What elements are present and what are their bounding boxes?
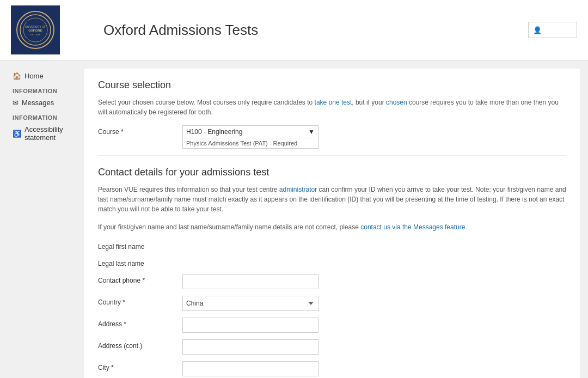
address-row: Address *: [98, 318, 566, 333]
course-select-container: H100 - Engineering ▼ Physics Admissions …: [182, 125, 318, 149]
contact-us-link[interactable]: contact us via the Messages feature: [360, 223, 465, 231]
course-selection-title: Course selection: [98, 80, 566, 91]
city-label: City *: [98, 361, 182, 371]
address-cont-row: Address (cont.): [98, 339, 566, 355]
sidebar: 🏠 Home INFORMATION ✉ Messages INFORMATIO…: [8, 69, 79, 378]
accessibility-icon: ♿: [13, 130, 21, 138]
address-cont-input[interactable]: [182, 339, 318, 355]
legal-last-name-row: Legal last name: [98, 257, 566, 267]
course-selection-intro: Select your chosen course below. Most co…: [98, 97, 566, 117]
user-area: 👤: [528, 22, 577, 38]
course-value: H100 - Engineering: [186, 128, 242, 136]
course-label: Course *: [98, 125, 182, 136]
sidebar-item-home[interactable]: 🏠 Home: [8, 69, 79, 83]
oxford-seal-svg: UNIVERSITY OF OXFORD EST. 1096: [19, 14, 52, 46]
legal-first-name-label: Legal first name: [98, 240, 182, 251]
address-label: Address *: [98, 318, 182, 328]
messages-icon: ✉: [13, 99, 19, 107]
course-select-top: H100 - Engineering ▼: [183, 126, 318, 138]
country-row: Country * China United Kingdom United St…: [98, 296, 566, 311]
home-icon: 🏠: [13, 72, 21, 80]
sidebar-item-messages[interactable]: ✉ Messages: [8, 95, 79, 110]
legal-last-name-label: Legal last name: [98, 257, 182, 267]
contact-phone-row: Contact phone *: [98, 274, 566, 289]
address-cont-label: Address (cont.): [98, 339, 182, 350]
svg-text:EST. 1096: EST. 1096: [30, 33, 41, 36]
course-form-row: Course * H100 - Engineering ▼ Physics Ad…: [98, 125, 566, 149]
divider-1: [98, 155, 566, 156]
contact-info-para2: If your first/given name and last name/s…: [98, 222, 566, 232]
sidebar-section-information-2: INFORMATION: [8, 110, 79, 122]
user-icon: 👤: [533, 26, 542, 34]
main-layout: 🏠 Home INFORMATION ✉ Messages INFORMATIO…: [0, 60, 588, 378]
page-title: Oxford Admissions Tests: [103, 22, 528, 39]
contact-phone-wrapper: [182, 274, 318, 289]
take-one-test-link[interactable]: take one test: [315, 99, 352, 106]
svg-text:UNIVERSITY OF: UNIVERSITY OF: [25, 25, 46, 28]
contact-section-title: Contact details for your admissions test: [98, 167, 566, 178]
course-dropdown-arrow: ▼: [308, 128, 315, 136]
address-wrapper: [182, 318, 318, 333]
course-test-sub: Physics Admissions Test (PAT) - Required: [183, 138, 318, 148]
sidebar-item-accessibility[interactable]: ♿ Accessibility statement: [8, 122, 79, 145]
contact-phone-input[interactable]: [182, 274, 318, 289]
contact-info-para1: Pearson VUE requires this information so…: [98, 185, 566, 214]
oxford-logo: UNIVERSITY OF OXFORD EST. 1096: [16, 11, 54, 49]
contact-phone-label: Contact phone *: [98, 274, 182, 284]
country-select[interactable]: China United Kingdom United States Other: [182, 296, 318, 311]
address-input[interactable]: [182, 318, 318, 333]
logo-container: UNIVERSITY OF OXFORD EST. 1096: [11, 5, 60, 54]
header: UNIVERSITY OF OXFORD EST. 1096 Oxford Ad…: [0, 0, 588, 60]
user-icon-box[interactable]: 👤: [528, 22, 577, 38]
course-select-box[interactable]: H100 - Engineering ▼ Physics Admissions …: [182, 125, 318, 149]
sidebar-section-information-1: INFORMATION: [8, 83, 79, 95]
country-wrapper: China United Kingdom United States Other: [182, 296, 318, 311]
city-wrapper: [182, 361, 318, 376]
country-label: Country *: [98, 296, 182, 306]
city-input[interactable]: [182, 361, 318, 376]
contact-section: Contact details for your admissions test…: [98, 167, 566, 376]
chosen-link[interactable]: chosen: [386, 99, 407, 106]
legal-first-name-row: Legal first name: [98, 240, 566, 251]
administrator-link[interactable]: administrator: [279, 186, 317, 193]
address-cont-wrapper: [182, 339, 318, 355]
content-area: Course selection Select your chosen cour…: [84, 69, 580, 378]
svg-text:OXFORD: OXFORD: [28, 29, 42, 32]
city-row: City *: [98, 361, 566, 376]
